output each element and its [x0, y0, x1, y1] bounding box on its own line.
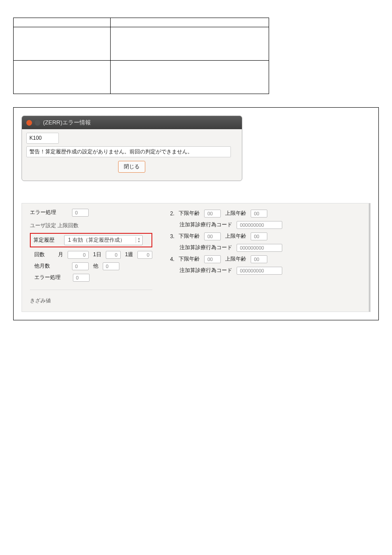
kizami-header: きざみ値 — [30, 297, 152, 305]
ichiday-input[interactable]: 0 — [106, 251, 121, 259]
chuu-label: 注加算診療行為コード — [180, 267, 232, 274]
chuu-label: 注加算診療行為コード — [180, 221, 232, 229]
tagetsu-input[interactable]: 0 — [72, 262, 89, 270]
age-row: 4. 下限年齢 00 上限年齢 00 — [170, 255, 282, 263]
error-proc2-input[interactable]: 0 — [73, 274, 90, 282]
screenshot-container: (ZERR)エラー情報 K100 警告！算定履歴作成の設定がありません。前回の判… — [13, 107, 379, 320]
dialog-title: (ZERR)エラー情報 — [43, 119, 91, 127]
minimize-icon[interactable] — [35, 120, 40, 126]
kagen-input[interactable]: 00 — [204, 255, 221, 263]
santei-select[interactable]: 1 有効（算定履歴作成） ▲▼ — [64, 235, 143, 245]
error-message-field: 警告！算定履歴作成の設定がありません。前回の判定ができません。 — [26, 146, 231, 157]
santei-highlight: 算定履歴 1 有効（算定履歴作成） ▲▼ — [30, 233, 152, 247]
jougen-input[interactable]: 00 — [251, 232, 267, 240]
age-row: 2. 下限年齢 00 上限年齢 00 — [170, 210, 282, 218]
empty-table — [13, 18, 269, 94]
table-cell — [14, 61, 111, 94]
ta-input[interactable]: 0 — [103, 262, 119, 270]
jougen-input[interactable]: 00 — [251, 255, 267, 263]
chuu-input[interactable]: 000000000 — [237, 221, 282, 229]
error-proc2-label: エラー処理 — [34, 274, 61, 281]
error-dialog: (ZERR)エラー情報 K100 警告！算定履歴作成の設定がありません。前回の判… — [22, 116, 242, 181]
error-code-field[interactable]: K100 — [26, 133, 59, 144]
kagen-input[interactable]: 00 — [204, 232, 221, 240]
jougen-input[interactable]: 00 — [251, 210, 267, 218]
table-cell — [111, 27, 269, 61]
ta-label: 他 — [93, 262, 98, 270]
santei-value: 1 有効（算定履歴作成） — [68, 236, 125, 244]
close-button[interactable]: 閉じる — [118, 161, 145, 173]
table-cell — [111, 18, 269, 27]
kagen-label: 下限年齢 — [179, 210, 200, 217]
chuu-label: 注加算診療行為コード — [180, 244, 232, 251]
jougen-label: 上限年齢 — [225, 232, 246, 240]
santei-label: 算定履歴 — [33, 236, 60, 244]
close-icon[interactable] — [26, 120, 32, 126]
chuu-input[interactable]: 000000000 — [237, 267, 282, 275]
kagen-input[interactable]: 00 — [204, 210, 221, 218]
kagen-label: 下限年齢 — [179, 255, 200, 263]
age-row: 3. 下限年齢 00 上限年齢 00 — [170, 232, 282, 240]
jougen-label: 上限年齢 — [225, 255, 246, 263]
divider — [30, 290, 152, 290]
titlebar: (ZERR)エラー情報 — [22, 116, 242, 129]
tsuki-label: 月 — [58, 251, 63, 258]
chuu-input[interactable]: 000000000 — [237, 244, 282, 252]
error-proc-label: エラー処理 — [30, 209, 56, 216]
section-header: ユーザ設定 上限回数 — [30, 222, 152, 229]
dialog-body: K100 警告！算定履歴作成の設定がありません。前回の判定ができません。 閉じる — [22, 129, 242, 181]
table-cell — [111, 61, 269, 94]
left-column: エラー処理 0 ユーザ設定 上限回数 算定履歴 1 有効（算定履歴作成） ▲▼ … — [30, 209, 152, 305]
tsuki-input[interactable]: 0 — [68, 251, 89, 259]
table-cell — [14, 18, 111, 27]
kagen-label: 下限年齢 — [179, 232, 200, 240]
table-cell — [14, 27, 111, 61]
settings-panel: エラー処理 0 ユーザ設定 上限回数 算定履歴 1 有効（算定履歴作成） ▲▼ … — [22, 203, 370, 312]
jougen-label: 上限年齢 — [225, 210, 246, 217]
row-number: 3. — [170, 233, 174, 239]
kaisu-label: 回数 — [34, 251, 54, 258]
ichishuu-input[interactable]: 0 — [137, 251, 152, 259]
error-proc-input[interactable]: 0 — [72, 209, 89, 217]
right-column: 2. 下限年齢 00 上限年齢 00 注加算診療行為コード 000000000 … — [170, 209, 282, 305]
spinner-icon[interactable]: ▲▼ — [136, 237, 140, 243]
row-number: 2. — [170, 210, 174, 217]
ichishuu-label: 1週 — [125, 251, 133, 258]
tagetsu-label: 他月数 — [34, 262, 54, 270]
ichiday-label: 1日 — [93, 251, 101, 258]
row-number: 4. — [170, 256, 174, 262]
